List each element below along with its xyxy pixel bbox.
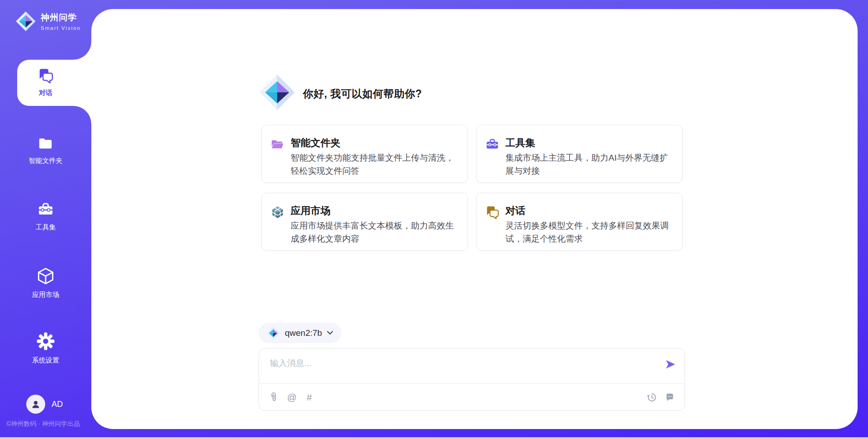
composer-toolbar: @ # (259, 384, 684, 410)
hash-icon[interactable]: # (307, 392, 312, 402)
tab-fillet-bottom (73, 106, 91, 124)
sidebar-item-label: 应用市场 (32, 291, 59, 299)
card-description: 应用市场提供丰富长文本模板，助力高效生成多样化文章内容 (291, 219, 459, 245)
chat-icon (486, 205, 499, 219)
chat-icon (38, 68, 53, 83)
sidebar-item-tools[interactable]: 工具集 (0, 201, 91, 232)
toolbox-icon (38, 201, 54, 218)
diamond-logo-icon (267, 327, 279, 339)
card-chat[interactable]: 对话 灵活切换多模型文件，支持多样回复效果调试，满足个性化需求 (476, 193, 683, 251)
brand: 神州问学 Smart Vision (15, 11, 81, 32)
model-name: qwen2:7b (285, 328, 322, 338)
folder-open-icon (271, 138, 284, 149)
tab-fillet-top (73, 42, 91, 60)
paperclip-icon[interactable] (269, 392, 277, 403)
sidebar-item-folders[interactable]: 智能文件夹 (0, 136, 91, 165)
sidebar-item-settings[interactable]: 系统设置 (0, 332, 91, 365)
sidebar-item-label: 系统设置 (32, 356, 59, 365)
message-icon[interactable] (665, 392, 675, 402)
send-icon (665, 358, 676, 370)
card-title: 对话 (505, 204, 525, 218)
card-toolset[interactable]: 工具集 集成市场上主流工具，助力AI与外界无缝扩展与对接 (476, 125, 683, 183)
card-description: 智能文件夹功能支持批量文件上传与清洗，轻松实现文件问答 (291, 151, 459, 177)
diamond-logo-icon (259, 74, 296, 111)
copyright: ©神州数码 · 神州问学出品 (6, 420, 80, 428)
toolbox-icon (486, 138, 499, 151)
card-description: 集成市场上主流工具，助力AI与外界无缝扩展与对接 (505, 151, 674, 177)
card-app-market[interactable]: 应用市场 应用市场提供丰富长文本模板，助力高效生成多样化文章内容 (261, 193, 468, 251)
brand-tagline: Smart Vision (41, 25, 81, 31)
avatar (26, 395, 45, 414)
greeting-title: 你好, 我可以如何帮助你? (303, 87, 422, 101)
at-icon[interactable]: @ (287, 392, 297, 402)
diamond-logo-icon (15, 11, 36, 32)
message-input[interactable] (259, 348, 684, 380)
card-description: 灵活切换多模型文件，支持多样回复效果调试，满足个性化需求 (505, 219, 674, 245)
sidebar-item-label: 对话 (39, 89, 52, 97)
chevron-down-icon (327, 331, 333, 335)
sidebar-item-market[interactable]: 应用市场 (0, 267, 91, 299)
sidebar-item-chat[interactable]: 对话 (0, 68, 91, 97)
card-title: 工具集 (505, 136, 535, 150)
window-bottom-strip (0, 437, 868, 439)
model-selector[interactable]: qwen2:7b (259, 323, 341, 343)
gear-icon (36, 332, 55, 351)
cube-icon (37, 267, 55, 285)
message-composer: @ # (259, 348, 685, 411)
user-profile[interactable]: AD (26, 395, 63, 414)
feature-cards: 智能文件夹 智能文件夹功能支持批量文件上传与清洗，轻松实现文件问答 工具集 集成… (261, 125, 683, 251)
card-smart-folder[interactable]: 智能文件夹 智能文件夹功能支持批量文件上传与清洗，轻松实现文件问答 (261, 125, 468, 183)
brand-name: 神州问学 (41, 12, 81, 24)
send-button[interactable] (665, 358, 676, 370)
sidebar-item-label: 工具集 (36, 223, 56, 232)
card-title: 应用市场 (291, 204, 330, 218)
sidebar-item-label: 智能文件夹 (29, 157, 63, 165)
person-icon (30, 399, 41, 410)
grid-cube-icon (271, 205, 284, 219)
history-icon[interactable] (647, 392, 657, 402)
user-initials: AD (52, 400, 63, 409)
card-title: 智能文件夹 (291, 136, 340, 150)
folder-icon (38, 136, 53, 151)
